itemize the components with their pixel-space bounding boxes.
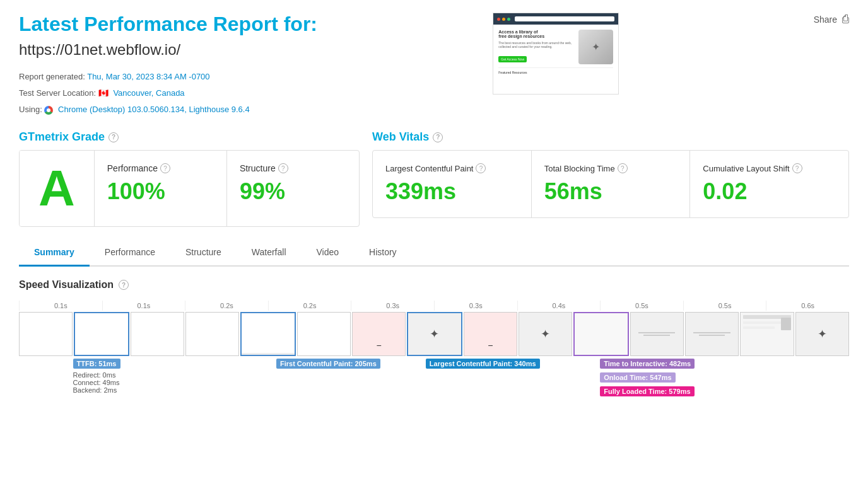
frame-11	[573, 312, 628, 356]
gtmetrix-grade-section: GTmetrix Grade ? A Performance ? 100%	[19, 130, 360, 227]
report-url: https://01net.webflow.io/	[19, 41, 317, 59]
frame-10: ✦	[519, 312, 572, 356]
onload-label: Onload Time: 547ms	[600, 372, 675, 383]
ttfb-sub-backend: Backend: 2ms	[73, 386, 120, 394]
report-title: Latest Performance Report for:	[19, 13, 317, 36]
onload-milestone: Onload Time: 547ms	[600, 372, 675, 383]
ruler-5: 0.3s	[434, 301, 517, 311]
using-value: Chrome (Desktop) 103.0.5060.134, Lightho…	[58, 105, 250, 114]
frame-6	[297, 312, 351, 356]
frame-7: −	[352, 312, 406, 356]
cls-vital: Cumulative Layout Shift ? 0.02	[690, 151, 848, 217]
tbt-vital: Total Blocking Time ? 56ms	[532, 151, 691, 217]
ruler-2: 0.2s	[185, 301, 268, 311]
web-vitals-help-icon[interactable]: ?	[433, 132, 443, 142]
tbt-help-icon[interactable]: ?	[618, 163, 628, 173]
report-generated-label: Report generated:	[19, 72, 85, 81]
lcp-milestone: Largest Contentful Paint: 340ms	[426, 359, 540, 369]
cls-value: 0.02	[703, 178, 836, 205]
milestone-labels: TTFB: 51ms Redirect: 0ms Connect: 49ms B…	[19, 359, 849, 418]
frame-14	[740, 312, 794, 356]
chrome-icon	[44, 106, 53, 115]
fully-loaded-milestone: Fully Loaded Time: 579ms	[600, 386, 694, 396]
gtmetrix-grade-title: GTmetrix Grade	[19, 130, 105, 144]
ruler-0: 0.1s	[19, 301, 102, 311]
report-generated-value: Thu, Mar 30, 2023 8:34 AM -0700	[87, 72, 209, 81]
tab-video[interactable]: Video	[302, 239, 355, 267]
cls-label: Cumulative Layout Shift	[703, 164, 789, 173]
test-server-label: Test Server Location:	[19, 88, 96, 98]
frame-9: −	[464, 312, 517, 356]
fully-loaded-label: Fully Loaded Time: 579ms	[600, 386, 694, 396]
ttfb-sub-connect: Connect: 49ms	[73, 379, 120, 386]
tabs-bar: Summary Performance Structure Waterfall …	[19, 239, 849, 267]
structure-help-icon[interactable]: ?	[278, 163, 288, 173]
ruler-7: 0.5s	[600, 301, 683, 311]
tbt-label: Total Blocking Time	[544, 164, 615, 173]
speed-visualization-section: Speed Visualization ? 0.1s 0.1s 0.2s 0.2…	[19, 279, 849, 418]
web-vitals-section: Web Vitals ? Largest Contentful Paint ? …	[372, 130, 849, 227]
lcp-help-icon[interactable]: ?	[476, 163, 486, 173]
performance-help-icon[interactable]: ?	[160, 163, 170, 173]
structure-value: 99%	[240, 178, 346, 205]
performance-value: 100%	[107, 178, 214, 205]
frame-2	[74, 312, 129, 356]
frame-5	[240, 312, 295, 356]
lcp-vital: Largest Contentful Paint ? 339ms	[373, 151, 532, 217]
gtmetrix-grade-help-icon[interactable]: ?	[108, 132, 119, 142]
fcp-label: First Contentful Paint: 205ms	[276, 359, 380, 369]
speed-viz-title: Speed Visualization	[19, 279, 114, 291]
ruler-4: 0.3s	[351, 301, 434, 311]
performance-label: Performance	[107, 163, 158, 173]
ruler-3: 0.2s	[268, 301, 351, 311]
website-thumbnail: Access a library offree design resources…	[493, 13, 619, 95]
tbt-value: 56ms	[544, 178, 677, 205]
structure-metric: Structure ? 99%	[227, 151, 359, 226]
tab-performance[interactable]: Performance	[90, 239, 170, 267]
ruler-8: 0.5s	[683, 301, 766, 311]
frame-12	[630, 312, 684, 356]
speed-viz-help-icon[interactable]: ?	[119, 280, 129, 290]
share-button[interactable]: Share ⎙	[814, 13, 849, 26]
lcp-value: 339ms	[385, 178, 519, 205]
structure-label: Structure	[240, 163, 276, 173]
web-vitals-card: Largest Contentful Paint ? 339ms Total B…	[372, 150, 849, 218]
ttfb-sub-redirect: Redirect: 0ms	[73, 371, 120, 379]
grade-letter: A	[38, 163, 75, 214]
tab-structure[interactable]: Structure	[170, 239, 237, 267]
fcp-milestone: First Contentful Paint: 205ms	[276, 359, 380, 369]
frame-8: ✦	[407, 312, 462, 356]
using-label: Using:	[19, 105, 42, 114]
frame-13	[685, 312, 739, 356]
grade-letter-box: A	[20, 151, 95, 226]
frames-strip: − ✦ − ✦	[19, 312, 849, 356]
test-server-value: Vancouver, Canada	[113, 88, 184, 98]
frame-1	[19, 312, 73, 356]
frame-4	[185, 312, 239, 356]
ruler-1: 0.1s	[102, 301, 185, 311]
lcp-label: Largest Contentful Paint: 340ms	[426, 359, 540, 369]
ttfb-milestone: TTFB: 51ms Redirect: 0ms Connect: 49ms B…	[73, 359, 120, 394]
tti-label: Time to Interactive: 482ms	[600, 359, 695, 369]
ruler-6: 0.4s	[517, 301, 601, 311]
web-vitals-title: Web Vitals	[372, 130, 429, 144]
frame-15: ✦	[795, 312, 849, 356]
performance-metric: Performance ? 100%	[95, 151, 227, 226]
tab-history[interactable]: History	[354, 239, 412, 267]
ruler-9: 0.6s	[766, 301, 849, 311]
ttfb-label: TTFB: 51ms	[73, 359, 120, 369]
grade-card: A Performance ? 100% Structure ?	[19, 150, 360, 227]
tab-waterfall[interactable]: Waterfall	[237, 239, 302, 267]
share-icon: ⎙	[842, 13, 849, 26]
tab-summary[interactable]: Summary	[19, 239, 90, 267]
cls-help-icon[interactable]: ?	[792, 163, 802, 173]
frame-3	[131, 312, 184, 356]
canada-flag: 🇨🇦	[98, 85, 108, 101]
tti-milestone: Time to Interactive: 482ms	[600, 359, 695, 369]
share-label: Share	[814, 14, 837, 25]
timeline-ruler: 0.1s 0.1s 0.2s 0.2s 0.3s 0.3s 0.4s 0.5s …	[19, 301, 849, 311]
lcp-label: Largest Contentful Paint	[385, 164, 473, 173]
